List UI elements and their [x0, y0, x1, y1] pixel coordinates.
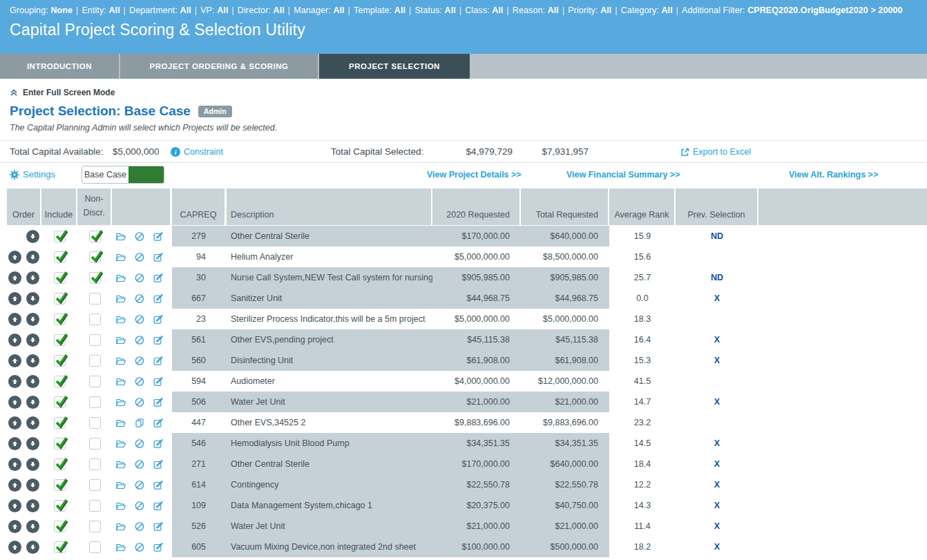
- open-folder-icon[interactable]: [115, 542, 126, 552]
- move-down-button[interactable]: [26, 437, 39, 450]
- edit-icon[interactable]: [153, 335, 164, 345]
- open-folder-icon[interactable]: [115, 418, 126, 428]
- block-icon[interactable]: [134, 397, 145, 407]
- edit-icon[interactable]: [153, 273, 164, 283]
- move-up-button[interactable]: [8, 271, 21, 284]
- non-discr-checkbox[interactable]: [89, 334, 101, 346]
- include-checkbox[interactable]: [54, 479, 66, 491]
- copy-icon[interactable]: [134, 418, 145, 428]
- include-checkbox[interactable]: [54, 438, 66, 450]
- tab-introduction[interactable]: INTRODUCTION: [0, 54, 119, 79]
- move-up-button[interactable]: [8, 458, 21, 471]
- non-discr-checkbox[interactable]: [89, 272, 101, 284]
- edit-icon[interactable]: [153, 356, 164, 366]
- non-discr-checkbox[interactable]: [89, 521, 101, 532]
- move-up-button[interactable]: [8, 479, 21, 492]
- block-icon[interactable]: [134, 314, 145, 325]
- non-discr-checkbox[interactable]: [89, 396, 101, 408]
- include-checkbox[interactable]: [54, 521, 66, 532]
- open-folder-icon[interactable]: [115, 397, 126, 407]
- move-down-button[interactable]: [26, 271, 39, 284]
- block-icon[interactable]: [134, 542, 145, 552]
- edit-icon[interactable]: [153, 438, 164, 449]
- edit-icon[interactable]: [153, 418, 164, 428]
- non-discr-checkbox[interactable]: [89, 479, 101, 491]
- edit-icon[interactable]: [153, 376, 164, 387]
- edit-icon[interactable]: [153, 542, 164, 552]
- non-discr-checkbox[interactable]: [89, 541, 101, 553]
- block-icon[interactable]: [134, 356, 145, 366]
- scenario-apply-button[interactable]: [128, 166, 164, 183]
- move-down-button[interactable]: [26, 375, 39, 388]
- block-icon[interactable]: [134, 480, 145, 490]
- move-up-button[interactable]: [8, 520, 21, 533]
- edit-icon[interactable]: [153, 521, 164, 532]
- include-checkbox[interactable]: [54, 334, 66, 346]
- non-discr-checkbox[interactable]: [89, 251, 101, 263]
- settings-button[interactable]: Settings: [10, 169, 55, 180]
- edit-icon[interactable]: [153, 459, 164, 470]
- edit-icon[interactable]: [153, 480, 164, 490]
- open-folder-icon[interactable]: [115, 376, 126, 387]
- include-checkbox[interactable]: [54, 313, 66, 325]
- block-icon[interactable]: [134, 252, 145, 262]
- open-folder-icon[interactable]: [115, 252, 126, 262]
- non-discr-checkbox[interactable]: [89, 293, 101, 305]
- block-icon[interactable]: [134, 438, 145, 449]
- include-checkbox[interactable]: [54, 376, 66, 387]
- non-discr-checkbox[interactable]: [89, 231, 101, 242]
- include-checkbox[interactable]: [54, 458, 66, 470]
- move-down-button[interactable]: [26, 334, 39, 347]
- move-up-button[interactable]: [8, 334, 21, 347]
- move-down-button[interactable]: [26, 230, 39, 243]
- view-project-details-link[interactable]: View Project Details >>: [427, 170, 522, 180]
- open-folder-icon[interactable]: [115, 480, 126, 490]
- export-to-excel-link[interactable]: Export to Excel: [680, 147, 751, 157]
- block-icon[interactable]: [134, 376, 145, 387]
- block-icon[interactable]: [134, 459, 145, 470]
- non-discr-checkbox[interactable]: [89, 355, 101, 367]
- move-up-button[interactable]: [8, 375, 21, 388]
- edit-icon[interactable]: [153, 231, 164, 242]
- include-checkbox[interactable]: [54, 251, 66, 263]
- move-up-button[interactable]: [8, 499, 21, 512]
- block-icon[interactable]: [134, 335, 145, 345]
- move-up-button[interactable]: [8, 416, 21, 429]
- non-discr-checkbox[interactable]: [89, 313, 101, 325]
- move-down-button[interactable]: [26, 499, 39, 512]
- move-down-button[interactable]: [26, 416, 39, 429]
- include-checkbox[interactable]: [54, 417, 66, 429]
- move-down-button[interactable]: [26, 396, 39, 409]
- move-up-button[interactable]: [8, 541, 21, 554]
- edit-icon[interactable]: [153, 252, 164, 262]
- move-up-button[interactable]: [8, 437, 21, 450]
- open-folder-icon[interactable]: [115, 335, 126, 345]
- non-discr-checkbox[interactable]: [89, 458, 101, 470]
- edit-icon[interactable]: [153, 293, 164, 304]
- move-down-button[interactable]: [26, 458, 39, 471]
- non-discr-checkbox[interactable]: [89, 438, 101, 450]
- move-down-button[interactable]: [26, 292, 39, 305]
- open-folder-icon[interactable]: [115, 521, 126, 532]
- include-checkbox[interactable]: [54, 272, 66, 284]
- edit-icon[interactable]: [153, 397, 164, 407]
- tab-project-ordering-scoring[interactable]: PROJECT ORDERING & SCORING: [120, 54, 318, 79]
- open-folder-icon[interactable]: [115, 293, 126, 304]
- open-folder-icon[interactable]: [115, 501, 126, 511]
- non-discr-checkbox[interactable]: [89, 500, 101, 512]
- include-checkbox[interactable]: [54, 355, 66, 367]
- move-down-button[interactable]: [26, 251, 39, 264]
- move-up-button[interactable]: [8, 292, 21, 305]
- include-checkbox[interactable]: [54, 231, 66, 242]
- move-down-button[interactable]: [26, 541, 39, 554]
- view-financial-summary-link[interactable]: View Financial Summary >>: [566, 170, 680, 180]
- move-down-button[interactable]: [26, 354, 39, 367]
- move-down-button[interactable]: [26, 520, 39, 533]
- block-icon[interactable]: [134, 521, 145, 532]
- non-discr-checkbox[interactable]: [89, 417, 101, 429]
- block-icon[interactable]: [134, 273, 145, 283]
- view-alt-rankings-link[interactable]: View Alt. Rankings >>: [789, 170, 878, 180]
- fullscreen-toggle[interactable]: Enter Full Screen Mode: [10, 88, 115, 97]
- non-discr-checkbox[interactable]: [89, 376, 101, 387]
- scenario-selector[interactable]: Base Case: [82, 166, 164, 184]
